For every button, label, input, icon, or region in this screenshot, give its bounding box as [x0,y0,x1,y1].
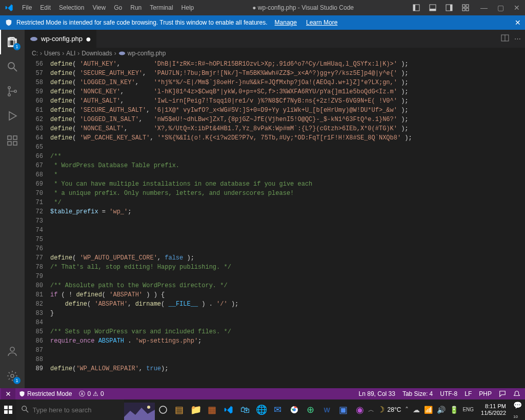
svg-point-20 [11,374,14,377]
breadcrumb-part[interactable]: Users [44,50,60,57]
menu-run[interactable]: Run [126,0,146,15]
system-tray: ☽28°C ˄ ☁ 📶 🔊 🔋 ENG 8:11 PM 11/5/2022 💬1… [374,401,525,419]
language-indicator[interactable]: ENG [462,407,474,412]
word-icon[interactable]: W [319,399,335,420]
activity-manage-icon[interactable]: 1 [0,364,25,388]
window-minimize-icon[interactable]: ― [476,0,492,15]
menu-terminal[interactable]: Terminal [146,0,177,15]
breadcrumb-part[interactable]: wp-config.php [128,50,166,57]
activity-run-debug-icon[interactable] [0,104,25,128]
line-number-gutter: 5657585960616263646566676869707172737475… [25,59,50,388]
notification-count: 10 [513,414,518,418]
status-restricted-mode[interactable]: Restricted Mode [15,388,75,399]
taskbar-time: 8:11 PM [481,403,506,410]
status-tab-size[interactable]: Tab Size: 4 [399,390,436,397]
chevron-right-icon: › [40,50,42,57]
toggle-secondary-sidebar-icon[interactable] [441,0,457,15]
taskbar-search-input[interactable] [33,406,119,414]
menu-edit[interactable]: Edit [36,0,55,15]
status-eol[interactable]: LF [461,390,475,397]
menu-bar: File Edit Selection View Go Run Terminal… [18,0,198,15]
activity-extensions-icon[interactable] [0,128,25,153]
svg-rect-28 [9,410,12,414]
status-encoding[interactable]: UTF-8 [436,390,461,397]
status-warning-count: 0 [100,390,104,397]
task-view-icon[interactable] [155,399,171,420]
chevron-right-icon: › [77,50,79,57]
status-problems[interactable]: ⓧ0 ⚠0 [75,388,107,399]
more-actions-icon[interactable]: ⋯ [514,35,521,43]
activity-search-icon[interactable] [0,54,25,79]
weather-widget[interactable]: ☽28°C [377,405,401,414]
menu-file[interactable]: File [18,0,36,15]
window-close-icon[interactable]: ✕ [509,0,525,15]
weather-temp: 28°C [388,406,401,413]
windows-taskbar: ▤ 📁 ▦ 🛍 🌐 ✉ ⊕ W ▣ ◉ ︿ ☽28°C ˄ ☁ 📶 🔊 🔋 EN… [0,399,525,420]
mail-icon[interactable]: ✉ [270,399,286,420]
toggle-primary-sidebar-icon[interactable] [408,0,425,15]
taskbar-app-icon[interactable]: ▤ [171,399,188,420]
banner-close-icon[interactable]: ✕ [515,18,521,27]
toggle-panel-icon[interactable] [425,0,441,15]
error-icon: ⓧ [79,390,85,398]
code-content[interactable]: define( 'AUTH_KEY', 'DhB|I*zRK=:R#~hOPLR… [50,59,515,388]
taskbar-news-widget[interactable] [124,399,155,420]
banner-learn-more-link[interactable]: Learn More [306,19,337,26]
status-language[interactable]: PHP [475,390,495,397]
title-bar: File Edit Selection View Go Run Terminal… [0,0,525,15]
php-file-icon [30,35,38,43]
svg-rect-15 [8,136,11,139]
editor-group: wp-config.php ● ⋯ C:› Users› ALI› Downlo… [25,30,525,388]
customize-layout-icon[interactable] [457,0,474,15]
battery-icon[interactable]: 🔋 [450,406,458,414]
svg-line-30 [26,410,28,412]
split-editor-icon[interactable] [501,34,509,44]
show-hidden-icons[interactable]: ︿ [368,399,374,420]
activity-source-control-icon[interactable] [0,79,25,104]
moon-icon: ☽ [377,405,385,414]
breadcrumbs[interactable]: C:› Users› ALI› Downloads› wp-config.php [25,48,525,59]
svg-rect-1 [413,5,415,11]
editor-tab[interactable]: wp-config.php ● [25,30,97,48]
status-feedback-icon[interactable] [495,390,510,397]
menu-view[interactable]: View [88,0,110,15]
edge-browser-icon[interactable]: 🌐 [253,399,270,420]
microsoft-store-icon[interactable]: 🛍 [237,399,253,420]
svg-rect-3 [430,9,436,11]
svg-rect-16 [8,142,11,145]
taskbar-app-icon[interactable]: ◉ [352,399,368,420]
notifications-icon[interactable]: 💬10 [513,401,522,419]
status-ln-col[interactable]: Ln 89, Col 33 [355,390,399,397]
minimap[interactable] [515,59,525,388]
status-notifications-icon[interactable] [510,390,524,397]
warning-icon: ⚠ [93,390,98,397]
vscode-taskbar-icon[interactable] [220,399,237,420]
onedrive-icon[interactable]: ☁ [413,406,420,414]
breadcrumb-part[interactable]: C: [32,50,38,57]
status-remote-icon[interactable] [1,388,15,399]
file-explorer-icon[interactable]: 📁 [188,399,204,420]
taskbar-app-icon[interactable]: ⊕ [302,399,319,420]
activity-explorer-icon[interactable]: 1 [0,30,25,54]
taskbar-app-icon[interactable]: ▣ [335,399,352,420]
taskbar-app-icon[interactable]: ▦ [204,399,220,420]
menu-selection[interactable]: Selection [55,0,88,15]
code-editor-area[interactable]: 5657585960616263646566676869707172737475… [25,59,525,388]
taskbar-clock[interactable]: 8:11 PM 11/5/2022 [478,403,509,416]
breadcrumb-part[interactable]: Downloads [82,50,112,57]
breadcrumb-part[interactable]: ALI [66,50,75,57]
svg-rect-27 [4,410,8,414]
menu-help[interactable]: Help [177,0,198,15]
tab-actions: ⋯ [497,30,525,48]
banner-manage-link[interactable]: Manage [275,19,297,26]
taskbar-search[interactable] [16,399,124,420]
svg-rect-6 [462,5,465,7]
window-maximize-icon[interactable]: ▢ [492,0,509,15]
start-button[interactable] [0,399,16,420]
wifi-icon[interactable]: 📶 [424,406,433,414]
tray-chevron-icon[interactable]: ˄ [405,406,409,414]
chrome-icon[interactable] [286,399,302,420]
menu-go[interactable]: Go [110,0,126,15]
volume-icon[interactable]: 🔊 [437,406,446,414]
activity-accounts-icon[interactable] [0,339,25,364]
